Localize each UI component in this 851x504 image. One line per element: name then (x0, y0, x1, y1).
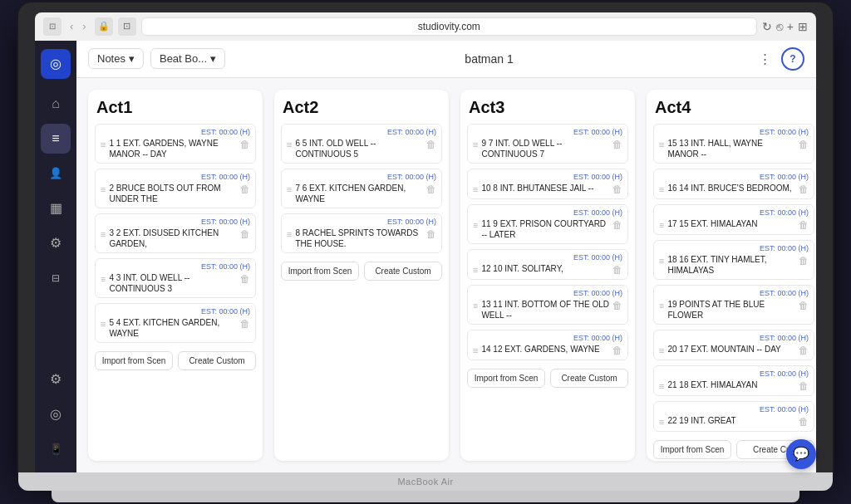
beat-btn[interactable]: Beat Bo... ▾ (150, 48, 225, 69)
privacy-btn[interactable]: 🔒 (95, 17, 113, 36)
sidebar-documents[interactable]: ≡ (41, 124, 71, 154)
drag-handle-icon[interactable]: ≡ (473, 139, 478, 149)
delete-scene-icon[interactable]: 🗑 (426, 139, 436, 150)
sidebar-gear[interactable]: ⚙ (41, 365, 71, 394)
drag-handle-icon[interactable]: ≡ (659, 139, 664, 149)
delete-scene-icon[interactable]: 🗑 (240, 183, 250, 195)
scene-row-s6: ≡6 5 INT. OLD WELL -- CONTINUOUS 5🗑 (287, 138, 436, 159)
main-area: Notes ▾ Beat Bo... ▾ batman 1 ⋮ ? Act1ES… (76, 41, 816, 472)
new-tab-btn[interactable]: + (787, 20, 794, 33)
scene-est-s1: EST: 00:00 (H) (101, 128, 250, 136)
drag-handle-icon[interactable]: ≡ (659, 417, 664, 427)
drag-handle-icon[interactable]: ≡ (473, 301, 478, 311)
col-title-act3: Act3 (467, 98, 628, 117)
scene-row-s11: ≡11 9 EXT. PRISON COURTYARD -- LATER🗑 (473, 218, 622, 240)
drag-handle-icon[interactable]: ≡ (659, 220, 664, 230)
drag-handle-icon[interactable]: ≡ (659, 301, 664, 311)
drag-handle-icon[interactable]: ≡ (473, 184, 478, 194)
delete-scene-icon[interactable]: 🗑 (799, 416, 809, 428)
delete-scene-icon[interactable]: 🗑 (426, 183, 436, 195)
delete-scene-icon[interactable]: 🗑 (799, 380, 809, 392)
drag-handle-icon[interactable]: ≡ (659, 256, 664, 266)
drag-handle-icon[interactable]: ≡ (473, 220, 478, 230)
delete-scene-icon[interactable]: 🗑 (240, 273, 250, 285)
more-btn[interactable]: ⋮ (753, 47, 776, 71)
scene-text-s4: 4 3 INT. OLD WELL -- CONTINUOUS 3 (109, 272, 237, 294)
notes-chevron: ▾ (129, 52, 135, 65)
drag-handle-icon[interactable]: ≡ (287, 139, 292, 149)
import-btn-act1[interactable]: Import from Scen (95, 351, 173, 370)
drag-handle-icon[interactable]: ≡ (659, 184, 664, 194)
drag-handle-icon[interactable]: ≡ (287, 229, 292, 239)
refresh-btn[interactable]: ↻ (762, 20, 772, 33)
delete-scene-icon[interactable]: 🗑 (240, 228, 250, 240)
drag-handle-icon[interactable]: ≡ (659, 381, 664, 391)
delete-scene-icon[interactable]: 🗑 (612, 300, 622, 311)
sidebar-globe[interactable]: ◎ (41, 399, 71, 429)
import-btn-act2[interactable]: Import from Scen (281, 262, 359, 281)
scene-row-s20: ≡20 17 EXT. MOUNTAIN -- DAY🗑 (659, 344, 809, 356)
notes-btn[interactable]: Notes ▾ (88, 48, 144, 69)
create-btn-act2[interactable]: Create Custom (364, 262, 442, 281)
chat-button[interactable]: 💬 (786, 439, 816, 469)
drag-handle-icon[interactable]: ≡ (101, 274, 106, 284)
sidebar-home[interactable]: ⌂ (41, 89, 71, 119)
scene-est-s21: EST: 00:00 (H) (659, 369, 809, 378)
sidebar-settings[interactable]: ⚙ (41, 228, 71, 258)
delete-scene-icon[interactable]: 🗑 (612, 264, 622, 276)
scene-row-s2: ≡2 BRUCE BOLTS OUT FROM UNDER THE🗑 (101, 183, 250, 204)
scene-est-s14: EST: 00:00 (H) (473, 334, 622, 342)
browser-window-btn[interactable]: ⊡ (43, 17, 61, 36)
drag-handle-icon[interactable]: ≡ (659, 345, 664, 355)
column-act4: Act4EST: 00:00 (H)≡15 13 INT. HALL, WAYN… (647, 90, 816, 461)
delete-scene-icon[interactable]: 🗑 (240, 318, 250, 330)
delete-scene-icon[interactable]: 🗑 (612, 139, 622, 150)
sidebar-people[interactable]: 👤 (41, 159, 71, 188)
delete-scene-icon[interactable]: 🗑 (799, 219, 809, 231)
share-btn[interactable]: ⎋ (776, 20, 783, 33)
create-btn-act3[interactable]: Create Custom (550, 369, 628, 388)
sidebar-calendar[interactable]: ▦ (41, 193, 71, 223)
delete-scene-icon[interactable]: 🗑 (240, 139, 250, 150)
scene-card-s9: EST: 00:00 (H)≡9 7 INT. OLD WELL -- CONT… (467, 124, 628, 164)
tab-btn[interactable]: ⊡ (118, 17, 136, 36)
scene-text-s7: 7 6 EXT. KITCHEN GARDEN, WAYNE (295, 183, 423, 204)
drag-handle-icon[interactable]: ≡ (101, 139, 106, 149)
scene-row-s15: ≡15 13 INT. HALL, WAYNE MANOR --🗑 (659, 138, 809, 159)
delete-scene-icon[interactable]: 🗑 (612, 345, 622, 356)
delete-scene-icon[interactable]: 🗑 (799, 300, 809, 311)
delete-scene-icon[interactable]: 🗑 (426, 228, 436, 240)
scene-text-s20: 20 17 EXT. MOUNTAIN -- DAY (667, 344, 795, 355)
delete-scene-icon[interactable]: 🗑 (612, 183, 622, 195)
url-bar[interactable]: studiovity.com (141, 17, 757, 36)
col-actions-act1: Import from ScenCreate Custom (95, 351, 256, 370)
grid-btn[interactable]: ⊞ (798, 20, 808, 33)
scene-card-s17: EST: 00:00 (H)≡17 15 EXT. HIMALAYAN🗑 (653, 204, 814, 235)
scene-row-s18: ≡18 16 EXT. TINY HAMLET, HIMALAYAS🗑 (659, 254, 809, 276)
delete-scene-icon[interactable]: 🗑 (799, 345, 809, 356)
scene-row-s14: ≡14 12 EXT. GARDENS, WAYNE🗑 (473, 344, 622, 356)
create-btn-act1[interactable]: Create Custom (178, 351, 256, 370)
drag-handle-icon[interactable]: ≡ (473, 265, 478, 275)
delete-scene-icon[interactable]: 🗑 (799, 139, 809, 150)
scene-text-s11: 11 9 EXT. PRISON COURTYARD -- LATER (481, 218, 609, 240)
scene-est-s11: EST: 00:00 (H) (473, 208, 622, 217)
help-btn[interactable]: ? (781, 47, 804, 71)
delete-scene-icon[interactable]: 🗑 (799, 255, 809, 267)
drag-handle-icon[interactable]: ≡ (473, 345, 478, 355)
scene-text-s9: 9 7 INT. OLD WELL -- CONTINUOUS 7 (481, 138, 609, 159)
sidebar-schedule[interactable]: ⊟ (41, 263, 71, 293)
import-btn-act4[interactable]: Import from Scen (653, 440, 731, 459)
import-btn-act3[interactable]: Import from Scen (467, 369, 545, 388)
sidebar-mobile[interactable]: 📱 (41, 434, 71, 464)
delete-scene-icon[interactable]: 🗑 (799, 183, 809, 195)
back-btn[interactable]: ‹ (66, 18, 76, 34)
drag-handle-icon[interactable]: ≡ (101, 184, 106, 194)
forward-btn[interactable]: › (79, 18, 89, 34)
delete-scene-icon[interactable]: 🗑 (612, 219, 622, 231)
drag-handle-icon[interactable]: ≡ (101, 319, 106, 329)
drag-handle-icon[interactable]: ≡ (287, 184, 292, 194)
col-actions-act2: Import from ScenCreate Custom (281, 262, 442, 281)
drag-handle-icon[interactable]: ≡ (101, 229, 106, 239)
brand-logo[interactable]: ◎ (41, 49, 71, 79)
